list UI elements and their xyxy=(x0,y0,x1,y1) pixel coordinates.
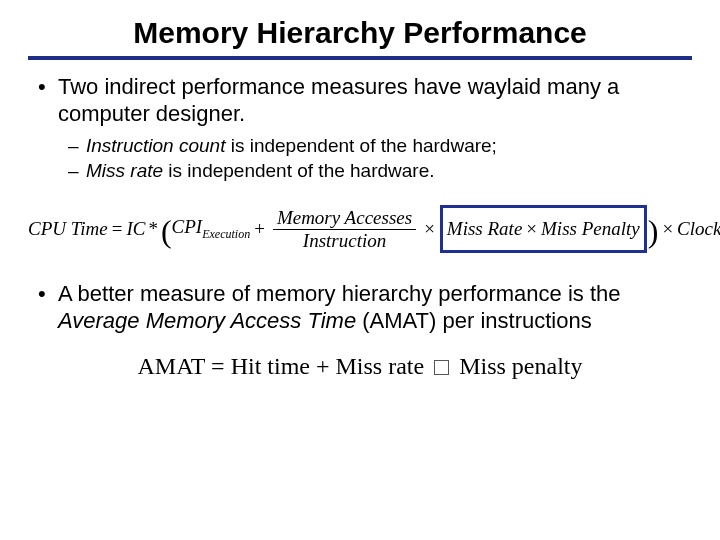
bullet-1-sub-2: Miss rate is independent of the hardware… xyxy=(28,159,692,183)
equals-sign: = xyxy=(112,218,123,240)
f-miss-rate: Miss Rate xyxy=(447,218,522,240)
bullet-1-sub-2-rest: is independent of the hardware. xyxy=(163,160,434,181)
bullet-1-sub-1-rest: is independent of the hardware; xyxy=(225,135,496,156)
f-cct: Clock Cycle Time xyxy=(677,218,720,240)
times-op-1: × xyxy=(424,218,435,240)
bullet-2-em: Average Memory Access Time xyxy=(58,308,356,333)
frac-num: Memory Accesses xyxy=(273,208,416,230)
f-ic: IC xyxy=(126,218,145,240)
amat-eq: = xyxy=(211,353,231,379)
slide-content: Memory Hierarchy Performance Two indirec… xyxy=(0,0,720,540)
missing-glyph-icon xyxy=(434,360,449,375)
f-cpi-sub: Execution xyxy=(202,227,250,241)
amat-b: Miss rate xyxy=(336,353,425,379)
plus-sign: + xyxy=(254,218,265,240)
amat-plus: + xyxy=(316,353,336,379)
bullet-1-sub-1-em: Instruction count xyxy=(86,135,225,156)
amat-lhs: AMAT xyxy=(138,353,206,379)
cpu-time-formula: CPU Time = IC * ( CPIExecution + Memory … xyxy=(28,205,692,253)
mem-access-fraction: Memory Accesses Instruction xyxy=(273,208,416,251)
amat-row: AMAT = Hit time + Miss rate Miss penalty xyxy=(138,353,583,379)
f-lhs: CPU Time xyxy=(28,218,108,240)
title-underline xyxy=(28,56,692,60)
bullet-1: Two indirect performance measures have w… xyxy=(28,74,692,128)
bullet-2-lead: A better measure of memory hierarchy per… xyxy=(58,281,620,306)
highlighted-box: Miss Rate × Miss Penalty xyxy=(440,205,647,253)
f-miss-penalty: Miss Penalty xyxy=(541,218,640,240)
amat-c: Miss penalty xyxy=(459,353,582,379)
f-cpi-base: CPI xyxy=(172,216,203,237)
frac-den: Instruction xyxy=(299,230,390,251)
f-cpi: CPIExecution xyxy=(172,216,251,242)
times-op-3: × xyxy=(662,218,673,240)
bullet-list: Two indirect performance measures have w… xyxy=(28,74,692,183)
bullet-1-text: Two indirect performance measures have w… xyxy=(58,74,619,126)
bullet-2: A better measure of memory hierarchy per… xyxy=(28,281,692,335)
bullet-list-2: A better measure of memory hierarchy per… xyxy=(28,281,692,335)
formula-row: CPU Time = IC * ( CPIExecution + Memory … xyxy=(28,205,692,253)
star-op: * xyxy=(148,218,158,240)
slide-title: Memory Hierarchy Performance xyxy=(28,16,692,50)
bullet-1-sub-2-em: Miss rate xyxy=(86,160,163,181)
amat-formula: AMAT = Hit time + Miss rate Miss penalty xyxy=(28,353,692,380)
bullet-2-rest: (AMAT) per instructions xyxy=(356,308,592,333)
amat-a: Hit time xyxy=(231,353,310,379)
times-op-2: × xyxy=(526,218,537,240)
bullet-1-sub-1: Instruction count is independent of the … xyxy=(28,134,692,158)
